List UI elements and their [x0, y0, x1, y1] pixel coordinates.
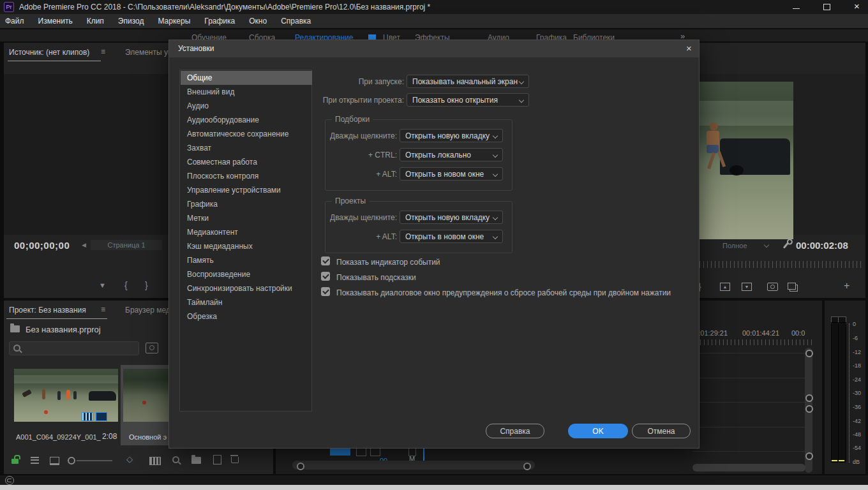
fit-chevron-icon — [764, 242, 769, 248]
workspace-reset-warning-checkbox[interactable] — [321, 287, 330, 296]
extract-icon[interactable]: ▼ — [742, 283, 752, 291]
project-writable-lock-icon[interactable] — [11, 459, 19, 464]
maximize-button[interactable] — [816, 0, 837, 14]
vscroll-handle[interactable] — [805, 350, 813, 357]
meter-scale-24: -24 — [853, 376, 861, 383]
open-project-select-value: Показать окно открытия — [412, 96, 498, 105]
cancel-button[interactable]: Отмена — [632, 424, 691, 438]
search-bin-lens — [149, 345, 154, 350]
panel-menu-icon[interactable]: ≡ — [101, 305, 105, 314]
bins-doubleclick-select[interactable]: Открыть новую вкладку — [400, 129, 503, 142]
prefs-category-item[interactable]: Таймлайн — [181, 295, 312, 309]
zoom-slider-track[interactable] — [77, 460, 112, 461]
prefs-category-item[interactable]: Кэш медиаданных — [181, 239, 312, 253]
list-view-icon[interactable] — [31, 457, 39, 464]
minimize-button[interactable] — [785, 0, 807, 14]
clip-name[interactable]: A001_C064_09224Y_001_ — [16, 433, 101, 441]
find-icon[interactable] — [172, 456, 179, 463]
thumb-kid-striker — [42, 389, 45, 399]
chevron-down-icon — [493, 152, 498, 157]
vscroll-handle[interactable] — [805, 405, 813, 413]
prefs-category-item[interactable]: Память — [181, 253, 312, 267]
video-badge-icon[interactable] — [82, 412, 93, 421]
timeline-ruler[interactable] — [692, 339, 814, 345]
mark-in-icon[interactable]: { — [124, 280, 128, 290]
event-indicator-checkbox[interactable] — [321, 256, 330, 265]
chevron-down-icon — [493, 234, 498, 239]
clip-thumbnail-selected[interactable]: Основной э — [121, 365, 172, 445]
program-mini-ruler[interactable] — [700, 261, 862, 268]
startup-select[interactable]: Показывать начальный экран — [407, 75, 529, 88]
add-marker-icon[interactable]: ▼ — [99, 281, 106, 289]
fit-selector[interactable]: Полное — [722, 242, 747, 249]
audio-badge-icon[interactable] — [96, 412, 107, 421]
search-bin-icon[interactable] — [146, 343, 158, 353]
find-edit-icon[interactable] — [149, 457, 161, 465]
new-item-icon[interactable] — [213, 455, 221, 464]
menu-clip[interactable]: Клип — [87, 17, 104, 26]
page-selector[interactable]: Страница 1 — [91, 240, 162, 250]
project-file-name[interactable]: Без названия.prproj — [26, 325, 101, 334]
comparison-view-icon[interactable] — [788, 283, 796, 290]
thumb-kid-orange — [66, 390, 70, 399]
clip-thumbnail[interactable] — [14, 369, 118, 422]
add-button-icon[interactable]: + — [844, 280, 849, 292]
dialog-titlebar[interactable]: Установки × — [169, 40, 699, 57]
delete-icon[interactable] — [231, 457, 239, 463]
bins-ctrl-select[interactable]: Открыть локально — [400, 148, 503, 161]
search-input[interactable] — [24, 343, 135, 354]
new-bin-icon[interactable] — [191, 457, 201, 464]
timeline-hscrollbar[interactable] — [292, 461, 535, 470]
prefs-category-item[interactable]: Воспроизведение — [181, 267, 312, 281]
mark-out-icon[interactable]: } — [145, 280, 148, 290]
panel-menu-icon[interactable]: ≡ — [101, 47, 105, 56]
hscroll-handle-right[interactable] — [523, 463, 531, 470]
tab-project[interactable]: Проект: Без названия — [9, 306, 86, 315]
projects-doubleclick-select[interactable]: Открыть новую вкладку — [400, 211, 503, 224]
zoom-slider-handle[interactable] — [68, 457, 75, 464]
vscroll-handle[interactable] — [805, 452, 813, 460]
project-root-icon[interactable] — [10, 325, 20, 332]
audio-meter-panel: 0 -6 -12 -18 -24 -30 -36 -42 -48 -54 dB — [825, 301, 865, 474]
prefs-category-item[interactable]: Управление устройствами — [181, 183, 312, 197]
prev-page-icon[interactable]: ◀ — [82, 242, 86, 248]
creative-cloud-icon[interactable] — [5, 476, 14, 485]
dialog-close-icon[interactable]: × — [686, 43, 692, 54]
prefs-category-item[interactable]: Аудиооборудование — [181, 113, 312, 127]
timeline-right-hscrollbar[interactable] — [692, 464, 805, 471]
hscroll-handle-left[interactable] — [297, 463, 304, 470]
tab-source[interactable]: Источник: (нет клипов) — [9, 48, 89, 57]
menu-markers[interactable]: Маркеры — [158, 17, 190, 26]
menu-edit[interactable]: Изменить — [38, 17, 73, 26]
clip2-label: Основной э — [129, 433, 167, 441]
automate-to-sequence-icon[interactable]: ◇ — [126, 454, 133, 464]
status-bar — [0, 475, 868, 485]
prefs-category-item[interactable]: Синхронизировать настройки — [181, 281, 312, 295]
track-separator — [692, 402, 805, 403]
vscroll-handle[interactable] — [805, 394, 813, 402]
menu-help[interactable]: Справка — [281, 17, 311, 26]
prefs-category-item[interactable]: Обрезка — [181, 309, 312, 323]
ok-button[interactable]: OK — [568, 424, 628, 438]
program-timecode[interactable]: 00:00:02:08 — [796, 240, 848, 251]
track-separator — [692, 451, 805, 452]
tooltips-checkbox[interactable] — [321, 272, 330, 281]
menu-file[interactable]: Файл — [5, 17, 24, 26]
meter-bar-right — [838, 322, 846, 463]
open-project-select[interactable]: Показать окно открытия — [407, 93, 529, 107]
menu-sequence[interactable]: Эпизод — [118, 17, 144, 26]
settings-wrench-icon[interactable] — [783, 242, 789, 248]
help-button[interactable]: Справка — [486, 424, 544, 438]
menu-graphics[interactable]: Графика — [204, 17, 235, 26]
lift-icon[interactable]: ▲ — [720, 283, 730, 291]
prefs-category-item[interactable]: Графика — [181, 197, 312, 211]
source-timecode[interactable]: 00;00;00;00 — [14, 240, 70, 251]
close-button[interactable]: × — [846, 0, 868, 14]
icon-view-icon[interactable] — [50, 457, 59, 465]
export-frame-icon[interactable] — [767, 283, 778, 291]
search-field[interactable] — [9, 341, 139, 355]
meter-scale-30: -30 — [853, 390, 861, 396]
bins-alt-select[interactable]: Открыть в новом окне — [400, 167, 503, 181]
projects-alt-select[interactable]: Открыть в новом окне — [400, 230, 503, 243]
menu-window[interactable]: Окно — [249, 17, 267, 26]
